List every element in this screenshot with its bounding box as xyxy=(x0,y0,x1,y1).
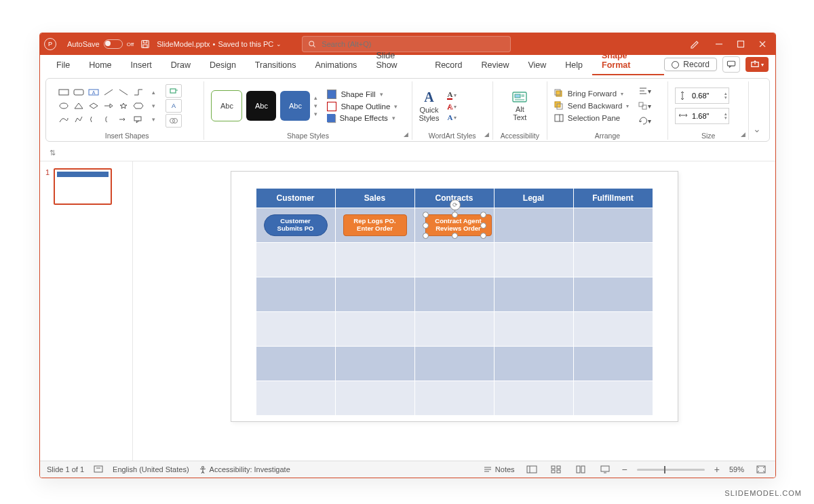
zoom-level[interactable]: 59% xyxy=(729,465,744,473)
tab-transitions[interactable]: Transitions xyxy=(246,56,306,75)
spin-down-icon[interactable]: ▾ xyxy=(724,96,727,100)
quick-styles-button[interactable]: A Quick Styles xyxy=(419,90,440,122)
slide-thumbnail-1[interactable] xyxy=(54,168,112,205)
minimize-button[interactable] xyxy=(714,39,724,49)
cell[interactable]: Customer Submits PO xyxy=(256,208,335,243)
shape-customer-submits-po[interactable]: Customer Submits PO xyxy=(264,214,328,236)
tab-help[interactable]: Help xyxy=(556,56,592,75)
shape-line-icon[interactable] xyxy=(102,86,115,98)
tab-insert[interactable]: Insert xyxy=(121,56,161,75)
cell[interactable] xyxy=(573,381,653,416)
shape-height-input[interactable]: ▴▾ xyxy=(675,88,729,104)
cell[interactable] xyxy=(494,381,573,416)
selection-pane-button[interactable]: Selection Pane xyxy=(554,113,629,123)
shape-star-icon[interactable] xyxy=(117,100,130,112)
share-button[interactable]: ▾ xyxy=(745,57,769,72)
qat-dropdown[interactable]: ⇅ xyxy=(40,144,775,161)
merge-shapes-button[interactable] xyxy=(166,114,182,128)
cell[interactable] xyxy=(335,347,414,381)
alt-text-button[interactable]: Alt Text xyxy=(511,90,528,121)
col-sales[interactable]: Sales xyxy=(335,189,414,208)
cell[interactable] xyxy=(335,381,414,416)
selected-shape-wrapper[interactable]: ⟳ Contract Agent Reviews Order xyxy=(425,214,484,236)
maximize-button[interactable] xyxy=(736,39,745,49)
autosave-toggle[interactable] xyxy=(104,39,123,49)
cell[interactable] xyxy=(414,381,494,416)
gallery-more-down-icon[interactable]: ▾ xyxy=(147,100,160,112)
cell[interactable] xyxy=(494,347,573,381)
send-backward-button[interactable]: Send Backward▾ xyxy=(554,101,629,111)
tab-design[interactable]: Design xyxy=(200,56,246,75)
record-button[interactable]: Record xyxy=(664,58,717,71)
cell[interactable] xyxy=(414,347,494,381)
cell[interactable]: Rep Logs PO. Enter Order xyxy=(335,208,414,243)
shape-arrowr-icon[interactable] xyxy=(117,113,130,125)
style-preset-2[interactable]: Abc xyxy=(246,91,276,121)
tab-review[interactable]: Review xyxy=(471,56,518,75)
rotate-button[interactable]: ▾ xyxy=(637,115,652,127)
shape-triangle-icon[interactable] xyxy=(72,100,85,112)
slide-1[interactable]: Customer Sales Contracts Legal Fulfillme… xyxy=(231,171,678,422)
swimlane-table[interactable]: Customer Sales Contracts Legal Fulfillme… xyxy=(256,188,653,416)
resize-handle[interactable] xyxy=(480,233,486,239)
shape-line2-icon[interactable] xyxy=(117,86,130,98)
cell[interactable] xyxy=(414,277,494,312)
styles-more-icon[interactable]: ▾ xyxy=(314,111,317,117)
gallery-more-up-icon[interactable]: ▴ xyxy=(147,86,160,98)
cell[interactable] xyxy=(573,312,653,347)
shapes-gallery[interactable]: A ▴ ▾ xyxy=(57,86,160,125)
cell[interactable] xyxy=(414,312,494,347)
cell[interactable] xyxy=(256,312,335,347)
text-outline-button[interactable]: A ▾ xyxy=(447,102,457,111)
cell[interactable] xyxy=(256,277,335,312)
gallery-dropdown-icon[interactable]: ▾ xyxy=(147,113,160,125)
text-box-button[interactable]: A xyxy=(166,99,182,113)
dialog-launcher-icon[interactable]: ◢ xyxy=(739,130,747,138)
group-button[interactable]: ▾ xyxy=(637,100,652,112)
resize-handle[interactable] xyxy=(423,233,429,239)
resize-handle[interactable] xyxy=(423,222,429,229)
spin-down-icon[interactable]: ▾ xyxy=(724,116,727,120)
tab-home[interactable]: Home xyxy=(79,56,121,75)
edit-shape-button[interactable] xyxy=(166,84,182,98)
shape-arrow-icon[interactable] xyxy=(102,100,115,112)
cell[interactable] xyxy=(256,243,335,277)
accessibility-status[interactable]: Accessibility: Investigate xyxy=(199,465,290,473)
tab-shape-format[interactable]: Shape Format xyxy=(592,47,664,75)
save-icon[interactable] xyxy=(140,39,150,49)
document-title[interactable]: SlideModel.pptx • Saved to this PC ⌄ xyxy=(157,40,282,48)
shape-connector-icon[interactable] xyxy=(132,86,145,98)
cell[interactable] xyxy=(256,347,335,381)
cell[interactable] xyxy=(494,243,573,277)
cell[interactable] xyxy=(414,243,494,277)
shape-textbox-icon[interactable]: A xyxy=(87,86,100,98)
style-preset-1[interactable]: Abc xyxy=(211,90,242,121)
col-legal[interactable]: Legal xyxy=(494,189,573,208)
align-button[interactable]: ▾ xyxy=(637,85,652,97)
shape-effects-button[interactable]: Shape Effects▾ xyxy=(327,114,398,122)
zoom-slider[interactable] xyxy=(637,469,705,471)
cell[interactable] xyxy=(256,381,335,416)
language-status[interactable]: English (United States) xyxy=(113,465,189,473)
cell[interactable] xyxy=(573,208,653,243)
shape-diamond-icon[interactable] xyxy=(87,100,100,112)
text-fill-button[interactable]: A ▾ xyxy=(447,90,457,100)
tab-slideshow[interactable]: Slide Show xyxy=(366,47,425,75)
styles-up-icon[interactable]: ▴ xyxy=(314,94,317,101)
reading-view-button[interactable] xyxy=(573,464,588,475)
cell[interactable] xyxy=(573,277,653,312)
styles-down-icon[interactable]: ▾ xyxy=(314,102,317,109)
resize-handle[interactable] xyxy=(480,222,486,229)
resize-handle[interactable] xyxy=(423,212,429,218)
cell[interactable] xyxy=(335,312,414,347)
style-preset-3[interactable]: Abc xyxy=(280,91,310,121)
resize-handle[interactable] xyxy=(480,212,486,218)
cell[interactable]: ⟳ Contract Agent Reviews Order xyxy=(414,208,494,243)
cell[interactable] xyxy=(494,208,573,243)
rotation-handle[interactable]: ⟳ xyxy=(450,199,461,210)
shape-curve-icon[interactable] xyxy=(57,113,71,125)
zoom-in-button[interactable]: + xyxy=(714,464,720,475)
shape-outline-button[interactable]: Shape Outline▾ xyxy=(327,102,398,111)
resize-handle[interactable] xyxy=(452,233,458,239)
bring-forward-button[interactable]: Bring Forward▾ xyxy=(554,89,629,98)
